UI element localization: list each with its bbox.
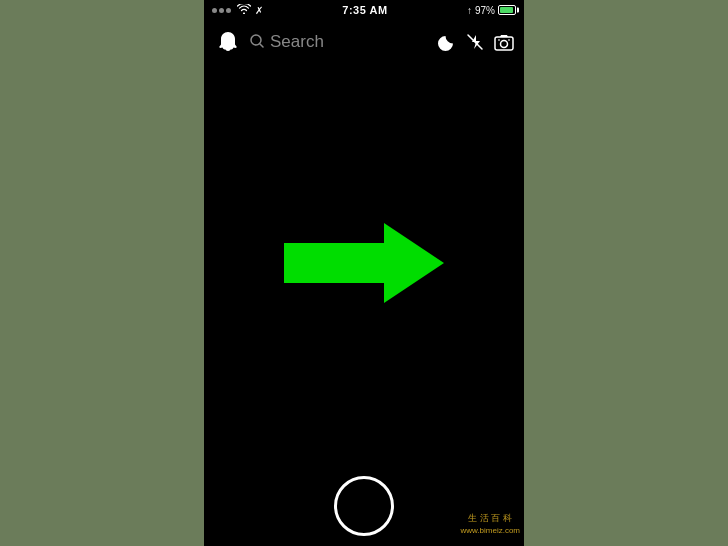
shutter-button[interactable] bbox=[334, 476, 394, 536]
status-right: ↑ 97% bbox=[467, 5, 516, 16]
moon-icon[interactable] bbox=[438, 33, 456, 51]
bluetooth-icon: ✗ bbox=[255, 5, 263, 16]
search-bar[interactable]: Search bbox=[250, 32, 430, 52]
status-time: 7:35 AM bbox=[342, 4, 387, 16]
direction-arrow-icon bbox=[284, 223, 444, 303]
dot-3 bbox=[226, 8, 231, 13]
watermark-line2: www.bimeiz.com bbox=[460, 525, 520, 536]
battery-icon bbox=[498, 5, 516, 15]
wifi-icon bbox=[237, 4, 251, 16]
battery-percent: 97% bbox=[475, 5, 495, 16]
watermark: 生 活 百 科 www.bimeiz.com bbox=[456, 510, 524, 538]
svg-marker-5 bbox=[284, 223, 444, 303]
camera-area bbox=[204, 64, 524, 466]
status-left: ✗ bbox=[212, 4, 263, 16]
search-icon bbox=[250, 34, 264, 51]
battery-fill bbox=[500, 7, 513, 13]
status-bar: ✗ 7:35 AM ↑ 97% bbox=[204, 0, 524, 20]
dot-1 bbox=[212, 8, 217, 13]
phone-frame: ✗ 7:35 AM ↑ 97% Se bbox=[204, 0, 524, 546]
signal-arrow-icon: ↑ bbox=[467, 5, 472, 16]
signal-dots bbox=[212, 8, 231, 13]
top-right-icons bbox=[438, 33, 514, 51]
flash-off-icon[interactable] bbox=[466, 33, 484, 51]
snapchat-ghost-icon bbox=[216, 30, 240, 54]
top-bar: Search bbox=[204, 20, 524, 64]
camera-flip-icon[interactable] bbox=[494, 33, 514, 51]
snapchat-ghost-button[interactable] bbox=[214, 28, 242, 56]
green-arrow bbox=[284, 223, 444, 307]
watermark-line1: 生 活 百 科 bbox=[460, 512, 520, 525]
dot-2 bbox=[219, 8, 224, 13]
svg-line-1 bbox=[260, 44, 263, 47]
search-label: Search bbox=[270, 32, 324, 52]
svg-point-4 bbox=[501, 41, 508, 48]
